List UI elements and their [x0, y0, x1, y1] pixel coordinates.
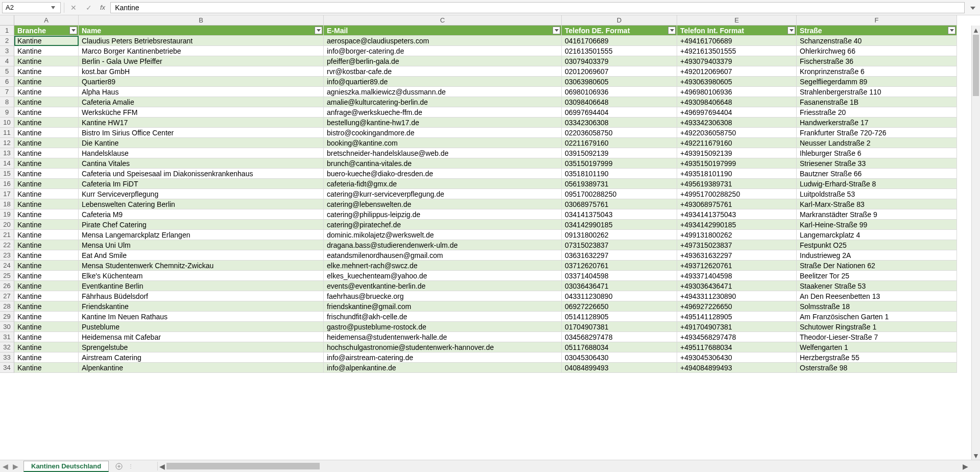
- cell-A14[interactable]: Kantine: [14, 158, 79, 169]
- cell-A4[interactable]: Kantine: [14, 56, 79, 66]
- row-header-6[interactable]: 6: [0, 77, 14, 87]
- cell-C3[interactable]: info@borger-catering.de: [324, 46, 562, 56]
- cell-B5[interactable]: kost.bar GmbH: [79, 66, 324, 77]
- cell-D26[interactable]: 03036436471: [562, 281, 677, 291]
- spreadsheet-grid[interactable]: ABCDEF1BrancheNameE-MailTelefon DE. Form…: [0, 15, 980, 460]
- table-header-C[interactable]: E-Mail: [324, 26, 562, 36]
- cell-F32[interactable]: Welfengarten 1: [797, 342, 957, 352]
- row-header-1[interactable]: 1: [0, 26, 14, 36]
- cell-E26[interactable]: +493036436471: [677, 281, 797, 291]
- cell-D18[interactable]: 03068975761: [562, 199, 677, 209]
- cell-F29[interactable]: Am Französischen Garten 1: [797, 312, 957, 322]
- cell-F28[interactable]: Solmsstraße 18: [797, 301, 957, 312]
- row-header-20[interactable]: 20: [0, 220, 14, 230]
- cell-C28[interactable]: friendskantine@gmail.com: [324, 301, 562, 312]
- cell-B17[interactable]: Kurr Serviceverpflegung: [79, 189, 324, 199]
- vertical-scroll-thumb[interactable]: [973, 35, 979, 96]
- cell-A20[interactable]: Kantine: [14, 220, 79, 230]
- cell-B28[interactable]: Friendskantine: [79, 301, 324, 312]
- cell-A13[interactable]: Kantine: [14, 148, 79, 158]
- cell-E15[interactable]: +493518101190: [677, 169, 797, 179]
- cell-B32[interactable]: Sprengelstube: [79, 342, 324, 352]
- cell-F8[interactable]: Fasanenstraße 1B: [797, 97, 957, 107]
- row-header-25[interactable]: 25: [0, 271, 14, 281]
- column-header-B[interactable]: B: [79, 15, 324, 26]
- cell-D16[interactable]: 05619389731: [562, 179, 677, 189]
- cell-A15[interactable]: Kantine: [14, 169, 79, 179]
- row-header-3[interactable]: 3: [0, 46, 14, 56]
- cell-C11[interactable]: bistro@cookingandmore.de: [324, 128, 562, 138]
- cell-D21[interactable]: 09131800262: [562, 230, 677, 240]
- sheet-nav-prev-icon[interactable]: ◀: [0, 460, 10, 473]
- cell-A22[interactable]: Kantine: [14, 240, 79, 250]
- row-header-26[interactable]: 26: [0, 281, 14, 291]
- cell-C26[interactable]: events@eventkantine-berlin.de: [324, 281, 562, 291]
- cell-C22[interactable]: dragana.bass@studierendenwerk-ulm.de: [324, 240, 562, 250]
- cell-B6[interactable]: Quartier89: [79, 77, 324, 87]
- cell-D19[interactable]: 034141375043: [562, 209, 677, 220]
- cell-C5[interactable]: rvr@kostbar-cafe.de: [324, 66, 562, 77]
- cell-E24[interactable]: +493712620761: [677, 261, 797, 271]
- row-header-4[interactable]: 4: [0, 56, 14, 66]
- cell-C13[interactable]: bretschneider-handelsklause@web.de: [324, 148, 562, 158]
- cell-F17[interactable]: Luitpoldstraße 53: [797, 189, 957, 199]
- cell-E31[interactable]: +4934568297478: [677, 332, 797, 342]
- cell-A9[interactable]: Kantine: [14, 107, 79, 117]
- cell-F14[interactable]: Striesener Straße 33: [797, 158, 957, 169]
- row-header-7[interactable]: 7: [0, 87, 14, 97]
- cell-C19[interactable]: catering@philippus-leipzig.de: [324, 209, 562, 220]
- cell-A23[interactable]: Kantine: [14, 250, 79, 261]
- row-header-33[interactable]: 33: [0, 352, 14, 363]
- cell-F4[interactable]: Fischerstraße 36: [797, 56, 957, 66]
- cell-B3[interactable]: Marco Borger Kantinenbetriebe: [79, 46, 324, 56]
- cell-D32[interactable]: 05117688034: [562, 342, 677, 352]
- cell-E32[interactable]: +495117688034: [677, 342, 797, 352]
- cell-E29[interactable]: +495141128905: [677, 312, 797, 322]
- cell-A8[interactable]: Kantine: [14, 97, 79, 107]
- column-header-F[interactable]: F: [797, 15, 957, 26]
- cell-B29[interactable]: Kantine Im Neuen Rathaus: [79, 312, 324, 322]
- cell-F19[interactable]: Markranstädter Straße 9: [797, 209, 957, 220]
- cell-D12[interactable]: 02211679160: [562, 138, 677, 148]
- cell-C12[interactable]: booking@kantine.com: [324, 138, 562, 148]
- cell-C21[interactable]: dominic.mikolajetz@werkswelt.de: [324, 230, 562, 240]
- cell-A26[interactable]: Kantine: [14, 281, 79, 291]
- cell-B23[interactable]: Eat And Smile: [79, 250, 324, 261]
- cell-F30[interactable]: Schutower Ringstraße 1: [797, 322, 957, 332]
- column-header-E[interactable]: E: [677, 15, 797, 26]
- cell-F11[interactable]: Frankfurter Straße 720-726: [797, 128, 957, 138]
- row-header-2[interactable]: 2: [0, 36, 14, 46]
- cell-F15[interactable]: Bautzner Straße 66: [797, 169, 957, 179]
- cell-A6[interactable]: Kantine: [14, 77, 79, 87]
- cell-F23[interactable]: Industrieweg 2A: [797, 250, 957, 261]
- cell-D10[interactable]: 03342306308: [562, 117, 677, 128]
- cell-C7[interactable]: agnieszka.malkiewicz@dussmann.de: [324, 87, 562, 97]
- cell-E4[interactable]: +493079403379: [677, 56, 797, 66]
- cell-F9[interactable]: Friesstraße 20: [797, 107, 957, 117]
- row-header-15[interactable]: 15: [0, 169, 14, 179]
- select-all-corner[interactable]: [0, 15, 14, 26]
- fx-icon[interactable]: fx: [98, 4, 107, 11]
- cell-C24[interactable]: elke.mehnert-rach@swcz.de: [324, 261, 562, 271]
- cell-E20[interactable]: +4934142990185: [677, 220, 797, 230]
- cell-A24[interactable]: Kantine: [14, 261, 79, 271]
- cell-F20[interactable]: Karl-Heine-Straße 99: [797, 220, 957, 230]
- cell-A29[interactable]: Kantine: [14, 312, 79, 322]
- cell-B8[interactable]: Cafeteria Amalie: [79, 97, 324, 107]
- cell-C16[interactable]: cafeteria-fidt@gmx.de: [324, 179, 562, 189]
- cell-D25[interactable]: 03371404598: [562, 271, 677, 281]
- cell-C29[interactable]: frischundfit@akh-celle.de: [324, 312, 562, 322]
- row-header-18[interactable]: 18: [0, 199, 14, 209]
- cell-C31[interactable]: heidemensa@studentenwerk-halle.de: [324, 332, 562, 342]
- cell-B34[interactable]: Alpenkantine: [79, 363, 324, 373]
- scroll-down-icon[interactable]: ▼: [972, 451, 980, 460]
- cell-D33[interactable]: 03045306430: [562, 352, 677, 363]
- cell-A12[interactable]: Kantine: [14, 138, 79, 148]
- cell-C27[interactable]: faehrhaus@bruecke.org: [324, 291, 562, 301]
- cell-D2[interactable]: 04161706689: [562, 36, 677, 46]
- cell-E19[interactable]: +4934141375043: [677, 209, 797, 220]
- cell-C8[interactable]: amalie@kulturcatering-berlin.de: [324, 97, 562, 107]
- cell-D17[interactable]: 0951700288250: [562, 189, 677, 199]
- cell-F12[interactable]: Neusser Landstraße 2: [797, 138, 957, 148]
- cell-B4[interactable]: Berlin - Gala Uwe Pfeiffer: [79, 56, 324, 66]
